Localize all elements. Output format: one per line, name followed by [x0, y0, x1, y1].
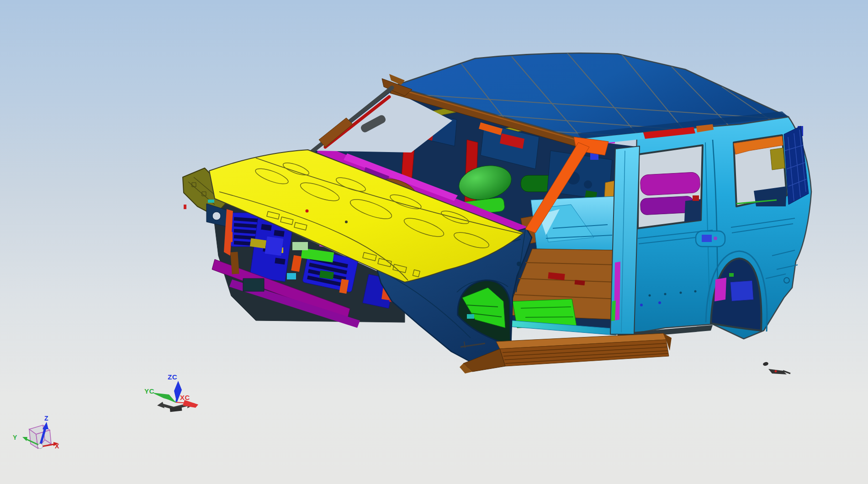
wheelhouse-magenta-strip[interactable]	[715, 278, 726, 301]
loose-bracket-parts[interactable]	[762, 362, 790, 374]
car-model[interactable]	[183, 52, 811, 374]
seat-back-frame[interactable]	[640, 172, 700, 196]
wcs-yc-axis-arrow[interactable]	[152, 393, 175, 401]
wcs-triad[interactable]: ZC YC XC	[144, 373, 198, 412]
rear-wheelhouse-liner[interactable]	[730, 280, 754, 301]
d-pillar-inner[interactable]	[784, 126, 809, 205]
graphics-viewport[interactable]: ZC YC XC Z Y X	[0, 0, 868, 484]
view-z-label: Z	[44, 415, 48, 422]
wcs-zc-label: ZC	[168, 373, 177, 381]
b-pillar[interactable]	[610, 146, 640, 334]
wcs-yc-label: YC	[144, 387, 154, 395]
view-x-label: X	[55, 442, 59, 450]
tow-bracket[interactable]	[243, 279, 264, 291]
view-y-label: Y	[13, 434, 17, 441]
wcs-xc-label: XC	[180, 394, 190, 401]
view-triad[interactable]: Z Y X	[13, 415, 59, 450]
view-triad-origin[interactable]	[38, 444, 43, 449]
